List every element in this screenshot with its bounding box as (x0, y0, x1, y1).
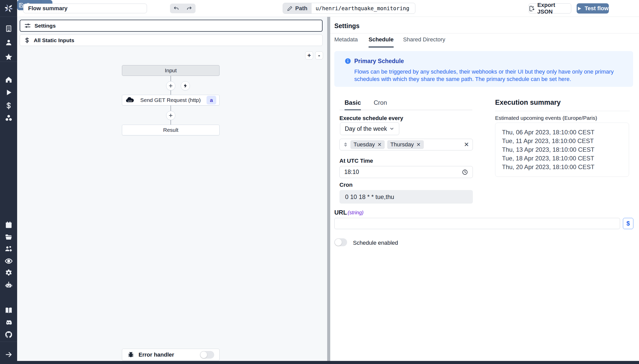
dollar-icon (24, 37, 30, 43)
test-flow-button[interactable]: Test flow (577, 3, 609, 14)
play-icon (577, 6, 582, 11)
path-edit-button[interactable]: Path (283, 3, 312, 14)
unfold-handle-icon (343, 142, 348, 147)
flow-node-input[interactable]: Input (122, 65, 220, 76)
tab-basic[interactable]: Basic (345, 99, 361, 110)
clear-days-icon[interactable]: ✕ (464, 141, 469, 148)
info-icon (345, 58, 351, 64)
remove-tuesday-icon[interactable]: ✕ (378, 142, 382, 148)
day-chip-thursday: Thursday ✕ (387, 140, 424, 149)
add-step-button-2[interactable] (166, 111, 175, 120)
error-handler-label: Error handler (139, 351, 196, 358)
tab-metadata[interactable]: Metadata (334, 36, 358, 46)
error-handler-toggle[interactable] (200, 351, 214, 359)
add-step-button-1[interactable] (166, 81, 175, 90)
execute-schedule-label: Execute schedule every (339, 115, 403, 122)
path-field-group: Path u/henri/earthquake_monitoring (283, 3, 415, 14)
discord-icon[interactable] (0, 316, 17, 329)
flow-settings-label: Settings (35, 23, 56, 29)
lightning-icon (183, 83, 188, 88)
github-icon[interactable] (0, 328, 17, 341)
flow-node-input-label: Input (165, 67, 177, 74)
upcoming-event: Thu, 13 Apr 2023, 18:10:00 CEST (502, 145, 629, 154)
bottom-edge-strip (0, 361, 639, 364)
flow-node-result[interactable]: Result (122, 125, 220, 135)
error-handler-node[interactable]: Error handler (122, 349, 220, 361)
day-chip-label: Tuesday (353, 141, 375, 148)
audit-eye-icon[interactable] (0, 255, 17, 267)
url-input[interactable] (334, 218, 620, 229)
time-input[interactable]: 18:10 (339, 166, 473, 178)
workspace-icon[interactable] (0, 22, 17, 35)
url-type-hint: (string) (348, 210, 363, 216)
plus-icon (168, 113, 173, 118)
upcoming-event: Thu, 06 Apr 2023, 18:10:00 CEST (502, 128, 629, 137)
path-label: Path (295, 5, 307, 12)
execution-summary-subtitle: Estimated upcoming events (Europe/Paris) (495, 115, 597, 121)
frequency-select[interactable]: Day of the week (340, 122, 399, 135)
sliders-icon (24, 22, 31, 29)
user-icon[interactable] (0, 36, 17, 49)
flow-settings-item[interactable]: Settings (20, 20, 323, 32)
schedule-enabled-toggle[interactable] (334, 238, 347, 246)
day-chip-tuesday: Tuesday ✕ (350, 140, 385, 149)
infobox-title: Primary Schedule (354, 58, 404, 65)
zoom-out-button[interactable]: - (315, 51, 323, 60)
flow-summary-input[interactable] (23, 4, 147, 13)
file-export-icon (529, 6, 534, 11)
path-value[interactable]: u/henri/earthquake_monitoring (312, 3, 414, 14)
clock-icon (462, 169, 468, 175)
time-value: 18:10 (344, 169, 359, 175)
trigger-button[interactable] (181, 81, 190, 90)
topbar: Path u/henri/earthquake_monitoring Expor… (17, 0, 639, 17)
variables-dollar-icon[interactable] (0, 100, 17, 112)
workers-users-gear-icon[interactable] (0, 243, 17, 255)
flow-canvas-panel: Settings All Static Inputs + - Input HTT… (17, 17, 327, 361)
cron-expression-field[interactable]: 0 10 18 * * tue,thu (339, 190, 473, 204)
settings-panel-title: Settings (334, 22, 360, 30)
export-json-label: Export JSON (537, 2, 571, 15)
remove-thursday-icon[interactable]: ✕ (416, 142, 421, 148)
redo-button[interactable] (184, 4, 195, 13)
schedule-enabled-label: Schedule enabled (353, 240, 398, 246)
runs-play-icon[interactable] (0, 86, 17, 99)
http-cloud-icon: HTTP (125, 97, 134, 103)
settings-panel: Settings Metadata Schedule Shared Direct… (330, 17, 639, 361)
chevron-down-icon (389, 126, 394, 131)
divider (330, 33, 639, 33)
flow-node-http[interactable]: HTTP Send GET Request (http) a (122, 95, 220, 105)
test-flow-label: Test flow (585, 5, 609, 12)
windmill-flow-editor: Path u/henri/earthquake_monitoring Expor… (0, 0, 639, 364)
plus-icon (168, 83, 173, 88)
all-static-inputs-label: All Static Inputs (34, 37, 74, 43)
docs-book-icon[interactable] (0, 304, 17, 316)
favorites-star-icon[interactable] (0, 51, 17, 63)
days-multiselect[interactable]: Tuesday ✕ Thursday ✕ ✕ (339, 139, 473, 150)
tab-cron[interactable]: Cron (374, 99, 387, 109)
settings-gear-icon[interactable] (0, 267, 17, 279)
folders-icon[interactable] (0, 231, 17, 243)
tab-shared-directory[interactable]: Shared Directory (403, 36, 445, 46)
primary-schedule-infobox: Primary Schedule Flows can be triggered … (334, 51, 633, 87)
http-node-id-badge[interactable]: a (207, 96, 216, 104)
bug-icon (127, 351, 134, 358)
resources-boxes-icon[interactable] (0, 112, 17, 124)
zoom-in-button[interactable]: + (305, 51, 313, 60)
cron-label: Cron (339, 182, 352, 188)
ai-robot-icon[interactable] (0, 279, 17, 291)
home-icon[interactable] (0, 74, 17, 86)
all-static-inputs-item[interactable]: All Static Inputs (20, 34, 323, 46)
schedules-calendar-icon[interactable] (0, 219, 17, 231)
pencil-icon (287, 6, 293, 11)
divider (495, 111, 630, 111)
windmill-logo-icon[interactable] (0, 0, 17, 17)
tab-schedule[interactable]: Schedule (369, 36, 394, 48)
sidebar (0, 0, 17, 364)
panel-splitter[interactable] (327, 17, 330, 361)
export-json-button[interactable]: Export JSON (529, 3, 571, 14)
day-chip-label: Thursday (390, 141, 414, 148)
collapse-arrow-icon[interactable] (0, 348, 17, 361)
url-dollar-button[interactable]: $ (623, 218, 633, 229)
cron-value: 0 10 18 * * tue,thu (345, 193, 394, 201)
undo-button[interactable] (171, 4, 182, 13)
